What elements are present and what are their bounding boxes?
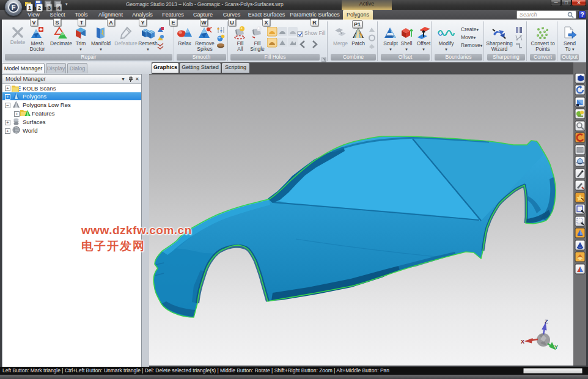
svg-text:Z: Z (545, 318, 548, 325)
svg-text:X: X (521, 339, 524, 345)
svg-text:Y: Y (554, 344, 558, 350)
